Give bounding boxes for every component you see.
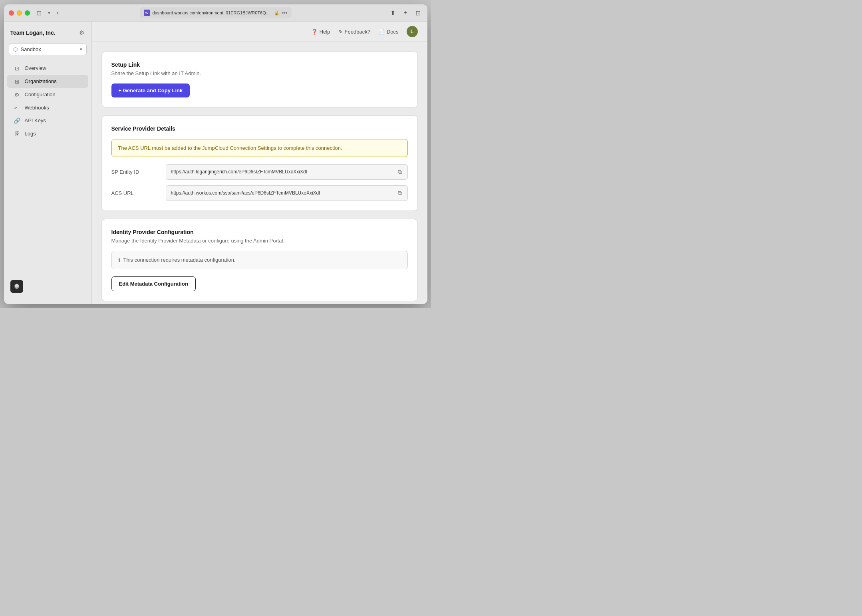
help-icon: ❓ [311,29,318,35]
titlebar: ⊡ ▾ ‹ W dashboard.workos.com/environment… [4,4,427,22]
sidebar-item-webhooks-label: Webhooks [25,105,49,111]
share-button[interactable]: ⬆ [388,8,397,18]
help-label: Help [320,29,330,35]
identity-provider-card: Identity Provider Configuration Manage t… [101,219,418,301]
organizations-icon: ⊞ [14,78,21,85]
configuration-icon: ⚙ [14,91,21,98]
acs-url-row: ACS URL https://auth.workos.com/sso/saml… [111,185,408,201]
sidebar-item-api-keys[interactable]: 🔗 API Keys [7,114,88,127]
url-menu-icon[interactable]: ••• [282,10,288,16]
setup-link-title: Setup Link [111,62,408,68]
acs-url-label: ACS URL [111,190,159,196]
help-link[interactable]: ❓ Help [311,29,330,35]
topbar: ❓ Help ✎ Feedback? 📄 Docs L [92,22,427,42]
nav-controls: ⊡ ▾ ‹ [35,8,60,18]
app-window: ⊡ ▾ ‹ W dashboard.workos.com/environment… [4,4,427,304]
sp-entity-id-row: SP Entity ID https://auth.logangingerich… [111,164,408,180]
identity-provider-subtitle: Manage the Identity Provider Metadata or… [111,238,408,244]
sp-entity-id-value: https://auth.logangingerich.com/eP6D6sIZ… [171,169,394,175]
sidebar-nav: ⊡ Overview ⊞ Organizations ⚙ Configurati… [4,62,91,141]
sandbox-icon: ⬡ [13,46,18,52]
service-provider-card: Service Provider Details The ACS URL mus… [101,115,418,211]
warning-message: The ACS URL must be added to the JumpClo… [118,145,342,151]
window-button[interactable]: ⊡ [413,8,423,18]
metadata-info-box: ℹ This connection requires metadata conf… [111,251,408,269]
sidebar-item-logs-label: Logs [25,131,36,137]
sp-entity-id-label: SP Entity ID [111,169,159,175]
setup-link-card: Setup Link Share the Setup Link with an … [101,52,418,107]
url-favicon: W [144,10,150,16]
setup-link-subtitle: Share the Setup Link with an IT Admin. [111,70,408,76]
api-keys-icon: 🔗 [14,117,21,124]
sp-entity-id-copy-button[interactable]: ⧉ [397,168,403,176]
metadata-info-message: This connection requires metadata config… [123,257,236,263]
lock-icon: 🔒 [274,10,280,16]
sidebar-item-webhooks[interactable]: >_ Webhooks [7,101,88,114]
acs-warning-box: The ACS URL must be added to the JumpClo… [111,139,408,157]
back-button[interactable]: ‹ [55,8,60,17]
team-name: Team Logan, Inc. [10,30,56,36]
service-provider-title: Service Provider Details [111,125,408,132]
info-icon: ℹ [118,257,120,263]
settings-gear-button[interactable]: ⚙ [78,28,85,37]
docs-icon: 📄 [378,29,385,35]
sidebar-toggle-button[interactable]: ⊡ [35,8,43,18]
minimize-button[interactable] [17,10,22,16]
sp-entity-id-box: https://auth.logangingerich.com/eP6D6sIZ… [166,164,408,180]
acs-url-copy-button[interactable]: ⧉ [397,189,403,197]
env-chevron-icon: ▾ [80,47,82,52]
sidebar-item-organizations[interactable]: ⊞ Organizations [7,75,88,88]
docs-link[interactable]: 📄 Docs [378,29,399,35]
workos-logo [10,280,23,293]
sidebar: Team Logan, Inc. ⚙ ⬡ Sandbox ▾ ⊡ Overvie… [4,22,92,304]
env-selector[interactable]: ⬡ Sandbox ▾ [9,44,87,55]
feedback-label: Feedback? [345,29,370,35]
sidebar-bottom [4,275,91,298]
sidebar-item-configuration-label: Configuration [25,91,56,97]
sidebar-header: Team Logan, Inc. ⚙ [4,28,91,44]
edit-metadata-button[interactable]: Edit Metadata Configuration [111,276,196,291]
sidebar-item-organizations-label: Organizations [25,78,57,84]
overview-icon: ⊡ [14,65,21,72]
feedback-icon: ✎ [338,29,343,35]
identity-provider-title: Identity Provider Configuration [111,229,408,235]
sidebar-item-configuration[interactable]: ⚙ Configuration [7,88,88,101]
app-body: Team Logan, Inc. ⚙ ⬡ Sandbox ▾ ⊡ Overvie… [4,22,427,304]
avatar-letter: L [411,29,413,34]
generate-copy-link-button[interactable]: + Generate and Copy Link [111,83,190,97]
edit-metadata-label: Edit Metadata Configuration [119,281,188,287]
env-label: Sandbox [21,46,77,52]
titlebar-right-controls: ⬆ + ⊡ [388,8,422,18]
docs-label: Docs [387,29,399,35]
logs-icon: 🗄 [14,131,21,137]
traffic-lights [9,10,30,16]
generate-copy-link-label: + Generate and Copy Link [119,87,183,93]
sidebar-item-overview[interactable]: ⊡ Overview [7,62,88,75]
main-wrapper: ❓ Help ✎ Feedback? 📄 Docs L [92,22,427,304]
feedback-link[interactable]: ✎ Feedback? [338,29,370,35]
user-avatar[interactable]: L [407,26,418,37]
chevron-down-icon[interactable]: ▾ [46,10,52,16]
webhooks-icon: >_ [14,105,21,110]
sidebar-item-overview-label: Overview [25,65,46,71]
url-bar[interactable]: W dashboard.workos.com/environment_01ERG… [140,7,292,18]
content-area: Setup Link Share the Setup Link with an … [92,42,427,304]
acs-url-box: https://auth.workos.com/sso/saml/acs/eP6… [166,185,408,201]
sidebar-item-logs[interactable]: 🗄 Logs [7,127,88,140]
new-tab-button[interactable]: + [401,8,409,18]
close-button[interactable] [9,10,14,16]
maximize-button[interactable] [25,10,30,16]
sidebar-item-api-keys-label: API Keys [25,117,46,123]
main-content: Setup Link Share the Setup Link with an … [92,42,427,304]
acs-url-value: https://auth.workos.com/sso/saml/acs/eP6… [171,190,394,196]
url-text: dashboard.workos.com/environment_01ERG1B… [153,10,272,15]
